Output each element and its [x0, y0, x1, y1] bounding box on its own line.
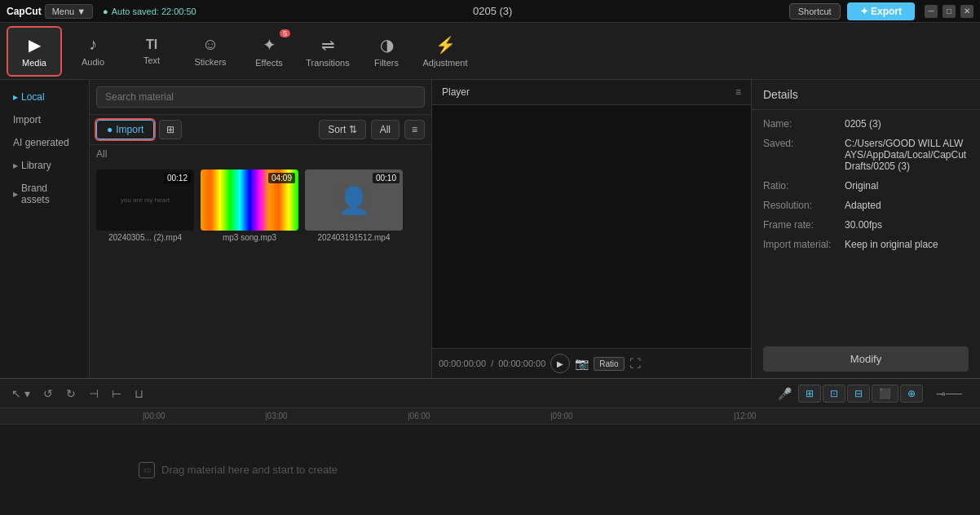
extra-tl-button[interactable]: ⊕ — [900, 385, 923, 403]
detail-label-saved: Saved: — [763, 138, 845, 172]
detail-label-ratio: Ratio: — [763, 180, 845, 191]
camera-icon[interactable]: 📷 — [575, 357, 589, 370]
delete-button[interactable]: ⊔ — [130, 385, 148, 402]
main-area: Local Import AI generated ▶ Library ▶ Br… — [0, 80, 980, 378]
ai-label: AI generated — [13, 137, 69, 148]
toolbar-item-adjustment[interactable]: ⚡ Adjustment — [417, 26, 473, 77]
play-button[interactable]: ▶ — [550, 354, 570, 373]
media-thumbnail: 00:10 — [305, 169, 403, 231]
media-grid: 00:12 20240305... (2).mp4 04:09 mp3 song… — [90, 163, 431, 249]
media-controls: ● Import ⊞ Sort ⇅ All ≡ — [90, 115, 431, 145]
close-button[interactable]: ✕ — [960, 5, 973, 18]
sidebar-item-library[interactable]: ▶ Library — [3, 155, 86, 176]
toolbar-item-filters[interactable]: ◑ Filters — [359, 26, 414, 77]
detail-row-ratio: Ratio: Original — [763, 180, 969, 191]
search-bar — [90, 80, 431, 115]
zoom-slider[interactable]: ⊸── — [925, 385, 973, 403]
toolbar-item-stickers[interactable]: ☺ Stickers — [183, 26, 238, 77]
app-logo: CapCut — [7, 6, 42, 17]
split-left-button[interactable]: ⊣ — [84, 385, 104, 402]
text-label: Text — [143, 55, 160, 65]
media-filename: 20240305... (2).mp4 — [96, 233, 194, 242]
detail-row-resolution: Resolution: Adapted — [763, 200, 969, 211]
timeline-area: ↖ ▾ ↺ ↻ ⊣ ⊢ ⊔ 🎤 ⊞ ⊡ ⊟ ⬛ ⊕ ⊸── |00:00 |03… — [0, 378, 980, 515]
media-icon: ▶ — [29, 35, 41, 55]
list-item[interactable]: 00:12 20240305... (2).mp4 — [96, 169, 194, 242]
list-item[interactable]: 04:09 mp3 song.mp3 — [201, 169, 298, 242]
snap-button[interactable]: ⊟ — [847, 385, 870, 403]
drop-zone-text: Drag material here and start to create — [161, 464, 338, 476]
toolbar-item-text[interactable]: TI Text — [124, 26, 179, 77]
ruler-mark-12: |12:00 — [734, 412, 757, 420]
autosave-dot: ● — [103, 7, 108, 16]
split-right-button[interactable]: ⊢ — [107, 385, 126, 402]
media-thumbnail: 00:12 — [96, 169, 194, 231]
menu-button[interactable]: Menu ▼ — [45, 4, 93, 19]
ruler-mark-3: |03:00 — [265, 412, 288, 420]
details-panel: Details Name: 0205 (3) Saved: C:/Users/G… — [752, 80, 980, 378]
timeline-ruler: |00:00 |03:00 |06:00 |09:00 |12:00 — [0, 408, 980, 425]
media-thumbnail: 04:09 — [201, 169, 298, 231]
detail-row-saved: Saved: C:/Users/GOOD WILL ALWAYS/AppData… — [763, 138, 969, 172]
detail-label-import: Import material: — [763, 239, 845, 250]
top-toolbar: ▶ Media ♪ Audio TI Text ☺ Stickers ✦ Eff… — [0, 23, 980, 80]
search-input[interactable] — [96, 86, 425, 108]
fullscreen-icon[interactable]: ⛶ — [629, 357, 641, 370]
detail-label-name: Name: — [763, 118, 845, 130]
redo-button[interactable]: ↻ — [61, 385, 81, 402]
sidebar-item-import[interactable]: Import — [3, 109, 86, 130]
text-icon: TI — [146, 37, 157, 52]
library-arrow: ▶ — [13, 162, 18, 169]
autosave-indicator: ● Auto saved: 22:00:50 — [103, 7, 196, 16]
modify-button[interactable]: Modify — [763, 346, 969, 372]
view-toggle-button[interactable]: ⊞ — [159, 120, 182, 139]
player-time-separator: / — [491, 359, 493, 368]
mic-button[interactable]: 🎤 — [773, 385, 797, 403]
details-header: Details — [752, 80, 980, 110]
stickers-label: Stickers — [194, 57, 226, 67]
import-button[interactable]: ● Import — [96, 120, 154, 139]
ratio-button[interactable]: Ratio — [594, 357, 624, 371]
drop-zone-icon: ▭ — [139, 462, 155, 478]
detail-label-framerate: Frame rate: — [763, 219, 845, 231]
sidebar-item-ai[interactable]: AI generated — [3, 132, 86, 153]
sidebar-item-local[interactable]: Local — [3, 86, 86, 108]
magnet-button[interactable]: ⊡ — [823, 385, 845, 403]
library-label: Library — [21, 160, 51, 171]
screen-button[interactable]: ⬛ — [872, 385, 898, 403]
link-button[interactable]: ⊞ — [798, 385, 821, 403]
detail-value-name: 0205 (3) — [845, 118, 881, 130]
toolbar-item-effects[interactable]: ✦ Effects 5 — [241, 26, 297, 77]
media-filename: mp3 song.mp3 — [201, 233, 298, 242]
detail-label-resolution: Resolution: — [763, 200, 845, 211]
sidebar-item-brand[interactable]: ▶ Brand assets — [3, 178, 86, 210]
extra-filter-button[interactable]: ≡ — [404, 120, 425, 139]
media-duration: 00:12 — [164, 173, 191, 183]
player-menu-icon[interactable]: ≡ — [735, 86, 741, 98]
undo-button[interactable]: ↺ — [38, 385, 58, 402]
detail-row-name: Name: 0205 (3) — [763, 118, 969, 130]
sort-button[interactable]: Sort ⇅ — [319, 120, 365, 139]
drop-zone: ▭ Drag material here and start to create — [139, 462, 338, 478]
media-label: Media — [22, 58, 46, 68]
audio-icon: ♪ — [89, 35, 97, 54]
player-title: Player — [442, 86, 470, 98]
toolbar-item-transitions[interactable]: ⇌ Transitions — [300, 26, 355, 77]
all-filter-button[interactable]: All — [371, 120, 400, 139]
player-time-current: 00:00:00:00 — [439, 359, 486, 368]
effects-label: Effects — [255, 58, 282, 68]
toolbar-item-media[interactable]: ▶ Media — [7, 26, 62, 77]
transitions-icon: ⇌ — [321, 35, 335, 55]
filters-icon: ◑ — [380, 35, 394, 55]
effects-icon: ✦ — [263, 35, 276, 55]
shortcut-button[interactable]: Shortcut — [789, 3, 841, 20]
list-item[interactable]: 00:10 202403191512.mp4 — [305, 169, 403, 242]
select-tool-button[interactable]: ↖ ▾ — [7, 385, 35, 402]
adjustment-icon: ⚡ — [435, 35, 456, 55]
minimize-button[interactable]: ─ — [925, 5, 938, 18]
export-button[interactable]: ✦ Export — [847, 2, 915, 20]
transitions-label: Transitions — [306, 58, 349, 68]
titlebar: CapCut Menu ▼ ● Auto saved: 22:00:50 020… — [0, 0, 980, 23]
maximize-button[interactable]: □ — [942, 5, 956, 18]
toolbar-item-audio[interactable]: ♪ Audio — [65, 26, 121, 77]
